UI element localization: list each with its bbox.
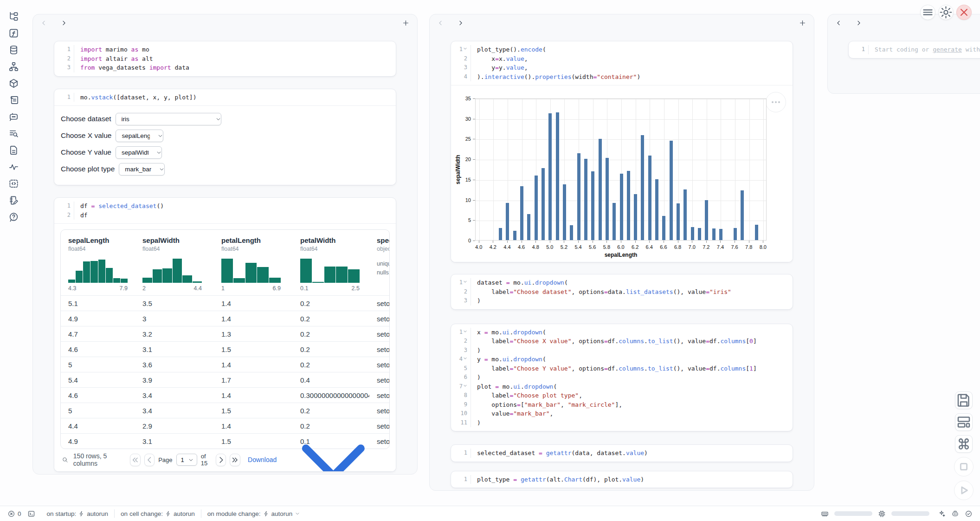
cell-selected-dataset[interactable]: 1selected_dataset = getattr(data, datase… (451, 444, 793, 462)
connection-status-icon[interactable] (965, 510, 973, 518)
database-icon[interactable] (8, 45, 19, 55)
table-row[interactable]: 4.931.40.2setosa (61, 311, 390, 326)
code-editor[interactable]: 1import marimo as mo2import altair as al… (54, 41, 396, 76)
chevron-right-icon[interactable] (60, 20, 67, 26)
shortcuts-button[interactable] (955, 435, 973, 453)
fold-chevron-icon[interactable] (463, 384, 467, 388)
dropdown-choose-plot-type[interactable]: mark_bar (119, 163, 165, 176)
document-icon[interactable] (8, 145, 19, 156)
close-icon (957, 5, 971, 20)
on-startup-toggle[interactable]: on startup: autorun (47, 510, 109, 517)
dependency-graph-icon[interactable] (8, 61, 19, 72)
column-header-petalLength[interactable]: petalLengthfloat6416.9 (214, 236, 293, 292)
code-editor[interactable]: 1dataset = mo.ui.dropdown(2 label="Choos… (451, 274, 793, 309)
right-action-stack (954, 391, 974, 500)
code-editor[interactable]: 1selected_dataset = getattr(data, datase… (451, 445, 793, 462)
cell-dataset-dropdown[interactable]: 1dataset = mo.ui.dropdown(2 label="Choos… (451, 274, 793, 310)
control-label: Choose Y value (61, 148, 111, 156)
copilot-icon[interactable] (951, 510, 959, 518)
cell-dataframe[interactable]: 1df = selected_dataset()2df sepalLengthf… (54, 197, 396, 472)
dropdown-controls-output: Choose datasetirisChoose X valuesepalLen… (54, 106, 396, 185)
column-header-sepalWidth[interactable]: sepalWidthfloat6424.4 (135, 236, 214, 292)
dropdown-choose-y-value[interactable]: sepalWidth (116, 146, 162, 159)
command-icon (955, 436, 972, 452)
help-bubble-icon[interactable] (8, 212, 19, 222)
control-row: Choose Y valuesepalWidth (61, 144, 389, 161)
last-page-button[interactable] (230, 454, 240, 466)
error-count[interactable]: 0 (7, 510, 21, 518)
next-page-button[interactable] (216, 454, 226, 466)
code-editor[interactable]: 1x = mo.ui.dropdown(2 label="Choose X va… (451, 324, 793, 431)
fold-chevron-icon[interactable] (463, 46, 467, 51)
table-row[interactable]: 5.13.51.40.2setosa (61, 295, 390, 311)
cell-plot[interactable]: 1plot_type().encode(2 x=x.value,3 y=y.va… (451, 41, 793, 262)
chevron-right-icon[interactable] (457, 20, 464, 26)
chart-plot-area[interactable] (475, 98, 767, 241)
table-cell: 3.9 (135, 376, 214, 384)
generate-link[interactable]: generate (933, 46, 962, 53)
add-cell-icon[interactable] (799, 19, 806, 27)
table-row[interactable]: 4.73.21.30.2setosa (61, 326, 390, 341)
code-editor[interactable]: 1plot_type = getattr(alt.Chart(df), plot… (451, 471, 793, 488)
terminal-icon (27, 510, 35, 518)
page-select[interactable]: 1 (176, 454, 197, 466)
layout-button[interactable] (955, 413, 973, 431)
fold-chevron-icon[interactable] (463, 280, 467, 284)
table-row[interactable]: 53.61.40.2setosa (61, 357, 390, 372)
first-page-button[interactable] (130, 454, 141, 466)
column-header-species[interactable]: speciesobjectunique:nulls: (369, 236, 390, 292)
chevron-right-icon[interactable] (855, 20, 862, 26)
cell-plot-type[interactable]: 1plot_type = getattr(alt.Chart(df), plot… (451, 471, 793, 488)
column-header-sepalLength[interactable]: sepalLengthfloat644.37.9 (61, 236, 135, 292)
fold-chevron-icon[interactable] (463, 356, 467, 360)
on-cell-change-toggle[interactable]: on cell change: autorun (121, 510, 195, 517)
chart-options-button[interactable] (766, 92, 786, 112)
function-square-icon[interactable] (8, 28, 19, 39)
search-list-icon[interactable] (8, 128, 19, 139)
chat-bot-icon[interactable] (8, 111, 19, 122)
scroll-script-icon[interactable] (8, 95, 19, 105)
code-editor[interactable]: 1mo.vstack([dataset, x, y, plot]) (54, 89, 396, 106)
package-box-icon[interactable] (8, 78, 19, 89)
notebook-edit-icon[interactable] (8, 195, 19, 206)
stop-button[interactable] (954, 457, 974, 476)
activity-pulse-icon[interactable] (8, 162, 19, 172)
settings-button[interactable] (938, 5, 954, 20)
table-cell: 3.1 (135, 345, 214, 353)
code-editor[interactable]: 1 Start coding or generate with (849, 41, 980, 58)
column-header-petalWidth[interactable]: petalWidthfloat640.12.5 (293, 236, 369, 292)
dropdown-choose-x-value[interactable]: sepalLength (116, 130, 163, 142)
prev-page-button[interactable] (144, 454, 155, 466)
on-module-change-toggle[interactable]: on module change: autorun (207, 510, 301, 517)
table-row[interactable]: 4.63.11.50.2setosa (61, 341, 390, 357)
table-cell: 1.4 (214, 361, 293, 369)
download-button[interactable]: Download (248, 405, 388, 472)
cell-xy-plot-dropdowns[interactable]: 1x = mo.ui.dropdown(2 label="Choose X va… (451, 324, 793, 432)
cell-imports[interactable]: 1import marimo as mo2import altair as al… (54, 41, 396, 77)
chart-bar (755, 225, 758, 240)
cell-vstack[interactable]: 1mo.vstack([dataset, x, y, plot]) Choose… (54, 89, 396, 186)
code-editor[interactable]: 1df = selected_dataset()2df (54, 198, 396, 223)
table-row[interactable]: 4.63.41.40.30000000000000004setosa (61, 387, 390, 403)
column-histogram (221, 259, 281, 283)
save-button[interactable] (955, 391, 973, 409)
file-tree-icon[interactable] (8, 11, 19, 22)
chevron-left-icon[interactable] (40, 20, 47, 26)
run-button[interactable] (954, 481, 974, 500)
code-snippet-icon[interactable] (8, 178, 19, 189)
add-cell-icon[interactable] (402, 19, 410, 27)
cell-empty[interactable]: 1 Start coding or generate with (848, 41, 980, 59)
table-cell: 0.2 (293, 361, 369, 369)
dropdown-choose-dataset[interactable]: iris (116, 113, 221, 125)
shutdown-button[interactable] (956, 5, 972, 20)
code-editor[interactable]: 1plot_type().encode(2 x=x.value,3 y=y.va… (451, 41, 793, 85)
table-row[interactable]: 5.43.91.70.4setosa (61, 372, 390, 387)
ai-sparkles-icon[interactable] (938, 510, 946, 518)
chevron-left-icon[interactable] (835, 20, 842, 26)
menu-button[interactable] (920, 5, 935, 20)
search-icon[interactable] (62, 456, 68, 463)
fold-chevron-icon[interactable] (463, 329, 467, 333)
control-row: Choose X valuesepalLength (61, 127, 389, 144)
terminal-button[interactable] (27, 510, 35, 518)
chevron-left-icon[interactable] (437, 20, 444, 26)
